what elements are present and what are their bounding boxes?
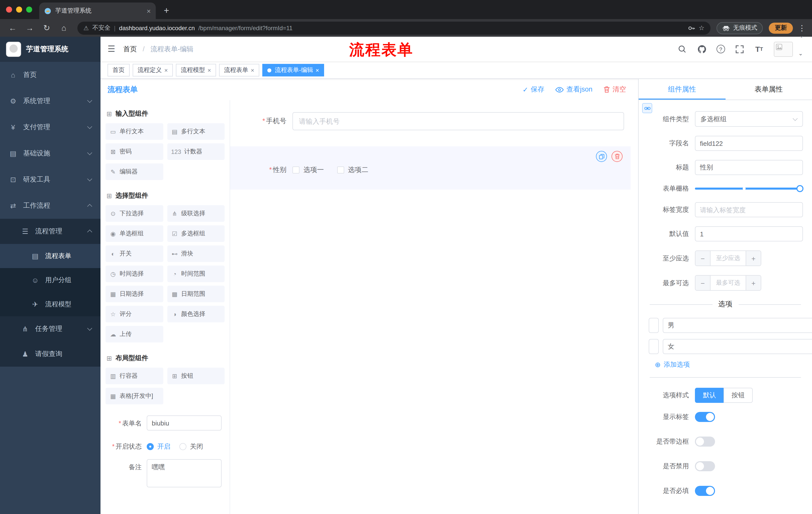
minus-button[interactable]: − — [695, 251, 710, 266]
title-input[interactable] — [695, 160, 803, 175]
style-button-button[interactable]: 按钮 — [724, 388, 753, 403]
component-chip[interactable]: ☆评分 — [106, 306, 163, 322]
max-select-value[interactable]: 最多可选 — [710, 276, 746, 290]
component-chip[interactable]: ⋔级联选择 — [167, 205, 225, 222]
tag-home[interactable]: 首页 — [108, 64, 129, 77]
show-label-toggle[interactable] — [695, 412, 715, 422]
style-default-button[interactable]: 默认 — [695, 388, 724, 403]
option-value-input[interactable] — [663, 318, 812, 333]
forward-icon[interactable]: → — [22, 21, 37, 35]
github-icon[interactable] — [697, 44, 707, 54]
plus-button[interactable]: + — [746, 276, 761, 290]
sidebar-item-process-management[interactable]: ☰ 流程管理 — [0, 219, 100, 244]
avatar-caret-icon[interactable]: ⌄ — [799, 50, 803, 57]
plus-button[interactable]: + — [746, 251, 761, 266]
sidebar-item-process-model[interactable]: ✈ 流程模型 — [0, 292, 100, 316]
add-option-button[interactable]: ⊕ 添加选项 — [639, 360, 812, 369]
sidebar-item-process-form[interactable]: ▤ 流程表单 — [0, 244, 100, 268]
close-icon[interactable]: × — [316, 66, 319, 74]
border-toggle[interactable] — [695, 437, 715, 447]
status-on-radio[interactable]: 开启 — [147, 442, 170, 451]
component-chip[interactable]: ▦日期选择 — [106, 286, 163, 302]
component-chip[interactable]: ▭单行文本 — [106, 123, 163, 140]
component-chip[interactable]: ▦表格[开发中] — [106, 388, 163, 404]
field-name-input[interactable] — [695, 136, 803, 151]
security-label[interactable]: 不安全 — [92, 24, 111, 32]
link-icon[interactable] — [642, 103, 652, 113]
component-chip[interactable]: ◑颜色选择 — [167, 306, 225, 322]
default-value-input[interactable] — [695, 226, 803, 241]
label-width-input[interactable] — [695, 202, 803, 217]
window-minimize-button[interactable] — [16, 6, 22, 12]
component-chip[interactable]: ☑多选框组 — [167, 225, 225, 242]
clear-button[interactable]: 清空 — [604, 85, 626, 94]
sidebar-item-leave-query[interactable]: ♟ 请假查询 — [0, 342, 100, 367]
chevron-down-icon[interactable]: ⌄ — [799, 32, 804, 39]
component-chip[interactable]: ◉单选框组 — [106, 225, 163, 242]
form-remark-textarea[interactable]: 嘿嘿 — [147, 459, 222, 487]
save-button[interactable]: ✓ 保存 — [523, 85, 545, 94]
back-icon[interactable]: ← — [5, 21, 20, 35]
view-json-button[interactable]: 查看json — [555, 85, 592, 94]
breadcrumb-home[interactable]: 首页 — [123, 45, 137, 53]
phone-input[interactable] — [292, 112, 624, 130]
gender-field-selected[interactable]: *性别 选项一 选项二 — [230, 146, 631, 190]
component-chip[interactable]: ◐开关 — [106, 245, 163, 262]
browser-tab[interactable]: 芋道管理系统 × — [39, 2, 156, 19]
search-icon[interactable] — [677, 44, 687, 54]
component-chip[interactable]: ⊞按钮 — [167, 368, 225, 384]
close-icon[interactable]: × — [251, 66, 254, 74]
status-off-radio[interactable]: 关闭 — [179, 442, 203, 451]
option-value-input[interactable] — [663, 339, 812, 354]
component-chip[interactable]: ◷时间选择 — [106, 266, 163, 282]
phone-field[interactable]: *手机号 — [230, 112, 638, 130]
form-name-input[interactable] — [147, 415, 222, 431]
browser-menu-icon[interactable]: ⋮ — [797, 23, 807, 32]
option-label-input[interactable] — [649, 339, 659, 354]
option-label-input[interactable] — [649, 318, 659, 333]
help-icon[interactable]: ? — [717, 45, 725, 53]
sidebar-item-task-management[interactable]: ⋔ 任务管理 — [0, 316, 100, 342]
tab-close-icon[interactable]: × — [147, 7, 151, 15]
component-chip[interactable]: ✎编辑器 — [106, 163, 163, 180]
address-bar[interactable]: ⚠ 不安全 | dashboard.yudao.iocoder.cn/bpm/m… — [77, 21, 710, 34]
component-chip[interactable]: ▤多行文本 — [167, 123, 225, 140]
browser-update-button[interactable]: 更新 — [769, 22, 793, 33]
window-zoom-button[interactable] — [26, 6, 32, 12]
minus-button[interactable]: − — [695, 276, 710, 290]
avatar[interactable] — [774, 42, 793, 57]
sidebar-item-user-group[interactable]: ☺ 用户分组 — [0, 268, 100, 292]
sidebar-item-home[interactable]: ⌂ 首页 — [0, 62, 100, 88]
tag-process-form-edit[interactable]: 流程表单-编辑 × — [262, 64, 324, 77]
sidebar-item-devtools[interactable]: ⊡ 研发工具 — [0, 166, 100, 193]
sidebar-item-workflow[interactable]: ⇄ 工作流程 — [0, 193, 100, 219]
delete-field-button[interactable] — [611, 151, 622, 162]
component-chip[interactable]: ⊠密码 — [106, 143, 163, 160]
sidebar-item-payment[interactable]: ¥ 支付管理 — [0, 114, 100, 140]
component-chip[interactable]: ⊙下拉选择 — [106, 205, 163, 222]
hamburger-icon[interactable]: ☰ — [108, 44, 115, 54]
component-chip[interactable]: 123计数器 — [167, 143, 225, 160]
required-toggle[interactable] — [695, 486, 715, 496]
new-tab-button[interactable]: + — [164, 5, 169, 16]
disabled-toggle[interactable] — [695, 461, 715, 471]
sidebar-item-system[interactable]: ⚙ 系统管理 — [0, 88, 100, 114]
tag-process-definition[interactable]: 流程定义 × — [133, 64, 173, 77]
tab-component-props[interactable]: 组件属性 — [639, 79, 725, 100]
slider-handle[interactable] — [796, 185, 804, 192]
fullscreen-icon[interactable] — [735, 44, 745, 54]
sidebar-item-infrastructure[interactable]: ▤ 基础设施 — [0, 140, 100, 166]
password-key-icon[interactable] — [688, 24, 695, 31]
option-one-checkbox[interactable]: 选项一 — [292, 165, 324, 174]
reload-icon[interactable]: ↻ — [39, 21, 54, 35]
component-chip[interactable]: ⊷滑块 — [167, 245, 225, 262]
tag-process-form[interactable]: 流程表单 × — [219, 64, 259, 77]
component-type-select[interactable]: 多选框组 — [695, 111, 803, 127]
min-select-value[interactable]: 至少应选 — [710, 251, 746, 266]
copy-field-button[interactable] — [596, 151, 607, 162]
component-chip[interactable]: ▥行容器 — [106, 368, 163, 384]
option-two-checkbox[interactable]: 选项二 — [337, 165, 368, 174]
window-close-button[interactable] — [6, 6, 12, 12]
bookmark-star-icon[interactable]: ☆ — [699, 24, 704, 32]
tag-process-model[interactable]: 流程模型 × — [176, 64, 216, 77]
